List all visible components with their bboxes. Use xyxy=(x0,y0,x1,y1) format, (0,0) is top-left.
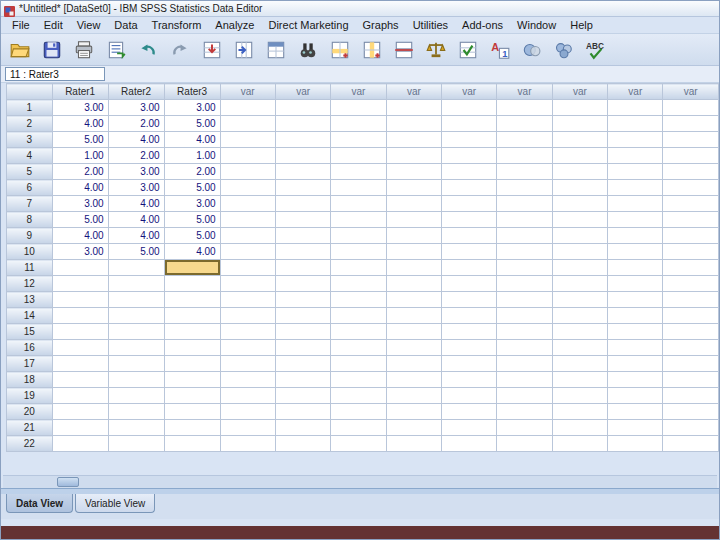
data-cell[interactable] xyxy=(108,260,164,276)
data-cell[interactable] xyxy=(442,180,497,196)
data-cell[interactable] xyxy=(442,212,497,228)
data-cell[interactable]: 5.00 xyxy=(164,180,220,196)
data-cell[interactable] xyxy=(386,404,441,420)
data-cell[interactable]: 4.00 xyxy=(108,228,164,244)
data-cell[interactable] xyxy=(386,180,441,196)
data-cell[interactable]: 3.00 xyxy=(108,180,164,196)
data-cell[interactable] xyxy=(386,420,441,436)
data-cell[interactable] xyxy=(275,260,330,276)
data-cell[interactable] xyxy=(552,340,607,356)
data-cell[interactable] xyxy=(663,372,719,388)
data-cell[interactable] xyxy=(164,340,220,356)
column-header-var[interactable]: var xyxy=(275,84,330,100)
data-cell[interactable] xyxy=(442,228,497,244)
data-cell[interactable] xyxy=(108,356,164,372)
data-cell[interactable] xyxy=(608,420,663,436)
row-header[interactable]: 6 xyxy=(7,180,53,196)
tab-variable-view[interactable]: Variable View xyxy=(75,494,155,513)
data-cell[interactable]: 3.00 xyxy=(164,100,220,116)
data-cell[interactable] xyxy=(52,404,108,420)
data-cell[interactable] xyxy=(220,388,275,404)
data-cell[interactable] xyxy=(608,260,663,276)
data-cell[interactable] xyxy=(331,196,386,212)
data-cell[interactable]: 5.00 xyxy=(52,132,108,148)
data-cell[interactable] xyxy=(497,436,552,452)
tab-data-view[interactable]: Data View xyxy=(6,494,73,513)
data-cell[interactable] xyxy=(331,324,386,340)
menu-data[interactable]: Data xyxy=(107,18,144,32)
data-cell[interactable] xyxy=(220,340,275,356)
data-cell[interactable] xyxy=(497,372,552,388)
show-all-variables-icon[interactable] xyxy=(551,37,577,63)
column-header-var[interactable]: var xyxy=(497,84,552,100)
data-cell[interactable] xyxy=(386,276,441,292)
data-cell[interactable] xyxy=(331,292,386,308)
data-cell[interactable]: 3.00 xyxy=(52,244,108,260)
data-cell[interactable] xyxy=(663,356,719,372)
data-cell[interactable] xyxy=(497,356,552,372)
data-cell[interactable] xyxy=(442,356,497,372)
data-cell[interactable] xyxy=(552,212,607,228)
row-header[interactable]: 20 xyxy=(7,404,53,420)
data-cell[interactable] xyxy=(663,116,719,132)
data-cell[interactable] xyxy=(552,308,607,324)
data-cell[interactable] xyxy=(608,212,663,228)
data-cell[interactable] xyxy=(497,292,552,308)
data-cell[interactable] xyxy=(552,228,607,244)
data-cell[interactable] xyxy=(275,212,330,228)
data-cell[interactable] xyxy=(52,436,108,452)
data-cell[interactable] xyxy=(552,244,607,260)
data-cell[interactable] xyxy=(663,388,719,404)
column-header-var[interactable]: var xyxy=(331,84,386,100)
data-cell[interactable] xyxy=(108,340,164,356)
data-cell[interactable] xyxy=(608,292,663,308)
data-cell[interactable] xyxy=(552,292,607,308)
data-cell[interactable] xyxy=(52,356,108,372)
data-cell[interactable] xyxy=(220,212,275,228)
data-cell[interactable] xyxy=(386,356,441,372)
data-cell[interactable]: 2.00 xyxy=(52,164,108,180)
data-cell[interactable] xyxy=(331,356,386,372)
data-cell[interactable] xyxy=(164,404,220,420)
data-cell[interactable] xyxy=(220,132,275,148)
data-cell[interactable] xyxy=(220,324,275,340)
data-cell[interactable] xyxy=(275,132,330,148)
data-cell[interactable] xyxy=(497,212,552,228)
data-cell[interactable] xyxy=(608,324,663,340)
data-cell[interactable] xyxy=(164,420,220,436)
data-cell[interactable] xyxy=(108,420,164,436)
data-cell[interactable] xyxy=(275,180,330,196)
data-cell[interactable] xyxy=(220,356,275,372)
menu-view[interactable]: View xyxy=(70,18,108,32)
menu-transform[interactable]: Transform xyxy=(145,18,209,32)
data-cell[interactable] xyxy=(497,196,552,212)
data-cell[interactable] xyxy=(220,308,275,324)
menu-window[interactable]: Window xyxy=(510,18,563,32)
row-header[interactable]: 19 xyxy=(7,388,53,404)
data-cell[interactable] xyxy=(663,308,719,324)
data-cell[interactable] xyxy=(386,308,441,324)
data-cell[interactable] xyxy=(275,372,330,388)
data-cell[interactable] xyxy=(220,276,275,292)
data-cell[interactable] xyxy=(275,164,330,180)
data-cell[interactable] xyxy=(386,148,441,164)
row-header[interactable]: 1 xyxy=(7,100,53,116)
data-cell[interactable] xyxy=(442,436,497,452)
data-cell[interactable] xyxy=(552,436,607,452)
row-header[interactable]: 11 xyxy=(7,260,53,276)
data-cell[interactable] xyxy=(331,420,386,436)
data-cell[interactable]: 4.00 xyxy=(108,212,164,228)
data-cell[interactable] xyxy=(275,276,330,292)
data-cell[interactable] xyxy=(663,244,719,260)
data-cell[interactable] xyxy=(220,100,275,116)
data-cell[interactable] xyxy=(220,180,275,196)
data-cell[interactable] xyxy=(552,404,607,420)
insert-cases-icon[interactable] xyxy=(327,37,353,63)
data-cell[interactable] xyxy=(608,228,663,244)
data-cell[interactable] xyxy=(497,260,552,276)
cell-reference-input[interactable]: 11 : Rater3 xyxy=(5,67,105,81)
data-cell[interactable] xyxy=(108,436,164,452)
data-cell[interactable]: 4.00 xyxy=(164,132,220,148)
data-cell[interactable] xyxy=(442,308,497,324)
row-header[interactable]: 16 xyxy=(7,340,53,356)
